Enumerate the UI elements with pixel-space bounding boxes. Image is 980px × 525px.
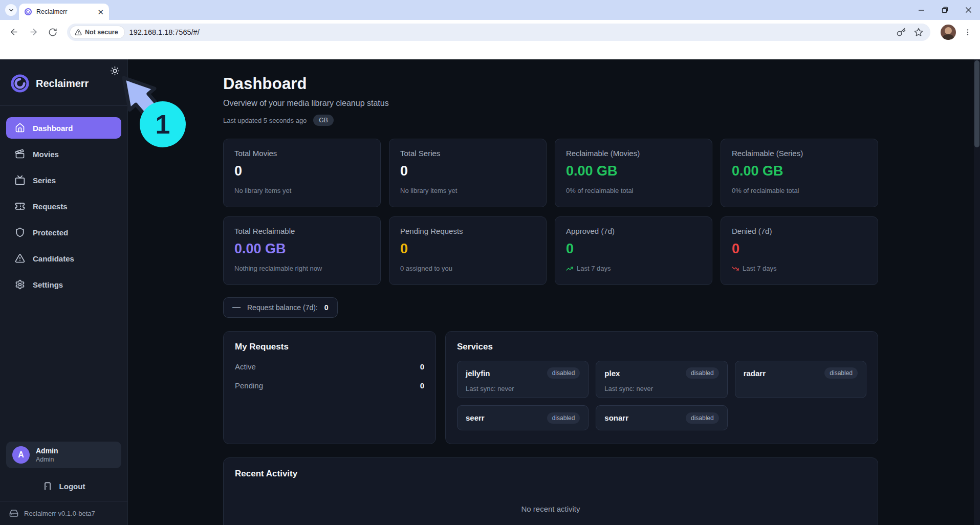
hard-drive-icon [9, 509, 18, 518]
logout-label: Logout [59, 482, 85, 491]
minimize-icon [918, 7, 925, 13]
brand-name: Reclaimerr [36, 78, 89, 90]
close-button[interactable] [956, 0, 980, 20]
service-card-radarr[interactable]: radarr disabled [735, 361, 866, 398]
status-badge: disabled [547, 412, 580, 424]
security-label: Not secure [85, 29, 118, 36]
main-content: Dashboard Overview of your media library… [128, 59, 980, 525]
request-row-active: Active 0 [235, 362, 424, 371]
back-button[interactable] [5, 23, 23, 41]
app-window: Reclaimerr Dashboard Movies Series Reque… [0, 59, 980, 525]
sidebar-nav: Dashboard Movies Series Requests Protect… [0, 106, 127, 300]
tab-title: Reclaimerr [36, 8, 93, 15]
version-footer: Reclaimerr v0.1.0-beta7 [0, 501, 127, 525]
stat-value: 0.00 GB [234, 241, 369, 257]
dash-icon: — [232, 303, 241, 312]
restore-button[interactable] [933, 0, 956, 20]
password-key-icon[interactable] [897, 28, 906, 37]
user-card[interactable]: A Admin Admin [6, 442, 121, 468]
sidebar-item-protected[interactable]: Protected [6, 222, 121, 243]
sidebar-item-label: Settings [33, 280, 63, 289]
recent-activity-title: Recent Activity [235, 469, 866, 479]
service-card-jellyfin[interactable]: jellyfin disabled Last sync: never [457, 361, 589, 398]
minimize-button[interactable] [909, 0, 933, 20]
stat-card-reclaimable-movies: Reclaimable (Movies) 0.00 GB 0% of recla… [555, 139, 712, 207]
window-controls [909, 0, 980, 20]
arrow-left-icon [9, 27, 19, 37]
trending-up-icon [566, 265, 573, 272]
status-badge: disabled [686, 367, 719, 379]
stat-card-total-reclaimable: Total Reclaimable 0.00 GB Nothing reclai… [223, 216, 381, 285]
sidebar-item-series[interactable]: Series [6, 169, 121, 191]
my-requests-panel: My Requests Active 0 Pending 0 [223, 331, 436, 444]
sidebar: Reclaimerr Dashboard Movies Series Reque… [0, 59, 128, 525]
app-logo-icon [10, 74, 30, 93]
arrow-right-icon [29, 27, 38, 37]
request-balance-chip: — Request balance (7d): 0 [223, 297, 338, 318]
theme-toggle-button[interactable] [110, 66, 120, 76]
chevron-down-icon [8, 7, 14, 13]
browser-menu-button[interactable] [960, 25, 975, 40]
stat-card-reclaimable-series: Reclaimable (Series) 0.00 GB 0% of recla… [721, 139, 878, 207]
stat-card-pending-requests: Pending Requests 0 0 assigned to you [389, 216, 547, 285]
services-title: Services [457, 342, 866, 352]
alert-triangle-icon [15, 253, 25, 264]
last-sync-label: Last sync: never [466, 385, 580, 392]
scrollbar-thumb[interactable] [974, 60, 979, 147]
stat-value: 0 [400, 163, 535, 179]
reload-button[interactable] [43, 23, 62, 41]
user-avatar: A [12, 446, 30, 464]
sidebar-item-label: Protected [33, 228, 68, 237]
stats-row-1: Total Movies 0 No library items yet Tota… [223, 139, 878, 207]
sidebar-item-settings[interactable]: Settings [6, 274, 121, 295]
stat-card-total-series: Total Series 0 No library items yet [389, 139, 547, 207]
last-updated-label: Last updated 5 seconds ago [223, 117, 307, 124]
user-role: Admin [36, 456, 58, 463]
bookmark-star-icon[interactable] [914, 28, 923, 37]
home-icon [15, 123, 25, 133]
security-chip[interactable]: Not secure [70, 26, 124, 38]
forward-button[interactable] [24, 23, 42, 41]
stat-card-denied-7d: Denied (7d) 0 Last 7 days [721, 216, 878, 285]
sidebar-item-movies[interactable]: Movies [6, 143, 121, 165]
last-sync-label: Last sync: never [604, 385, 718, 392]
clapperboard-icon [15, 149, 25, 159]
sidebar-item-dashboard[interactable]: Dashboard [6, 117, 121, 139]
url-text: 192.168.1.18:7565/#/ [129, 28, 891, 36]
sidebar-item-label: Dashboard [33, 124, 73, 133]
avatar-head [945, 27, 952, 34]
stat-value: 0 [400, 241, 535, 257]
services-panel: Services jellyfin disabled Last sync: ne… [445, 331, 878, 444]
sidebar-item-requests[interactable]: Requests [6, 195, 121, 217]
trending-down-icon [732, 265, 739, 272]
tv-icon [15, 175, 25, 185]
gear-icon [15, 279, 25, 290]
page-scrollbar[interactable] [974, 59, 980, 525]
request-balance-value: 0 [324, 303, 329, 312]
bookmarks-bar [0, 44, 980, 59]
browser-profile-avatar[interactable] [941, 25, 956, 40]
status-badge: disabled [686, 412, 719, 424]
service-card-plex[interactable]: plex disabled Last sync: never [596, 361, 727, 398]
stat-value: 0.00 GB [732, 163, 867, 179]
tab-close-icon[interactable]: ✕ [97, 8, 104, 16]
browser-tab-strip: Reclaimerr ✕ [0, 0, 980, 20]
sun-icon [110, 66, 120, 76]
close-icon [965, 7, 972, 13]
stat-card-approved-7d: Approved (7d) 0 Last 7 days [555, 216, 712, 285]
my-requests-title: My Requests [235, 342, 424, 352]
recent-activity-panel: Recent Activity No recent activity [223, 457, 878, 525]
sidebar-header: Reclaimerr [0, 59, 127, 106]
sidebar-item-candidates[interactable]: Candidates [6, 248, 121, 269]
address-bar[interactable]: Not secure 192.168.1.18:7565/#/ [67, 24, 930, 41]
stats-row-2: Total Reclaimable 0.00 GB Nothing reclai… [223, 216, 878, 285]
request-balance-label: Request balance (7d): [247, 303, 318, 312]
logout-button[interactable]: Logout [0, 472, 127, 501]
browser-tab[interactable]: Reclaimerr ✕ [19, 4, 109, 20]
unit-badge[interactable]: GB [313, 115, 333, 126]
three-dots-icon [964, 28, 972, 36]
tab-search-button[interactable] [5, 4, 17, 16]
service-card-seerr[interactable]: seerr disabled [457, 405, 589, 430]
service-card-sonarr[interactable]: sonarr disabled [596, 405, 727, 430]
sidebar-bottom: A Admin Admin Logout Reclaimerr v0.1.0-b… [0, 442, 127, 525]
